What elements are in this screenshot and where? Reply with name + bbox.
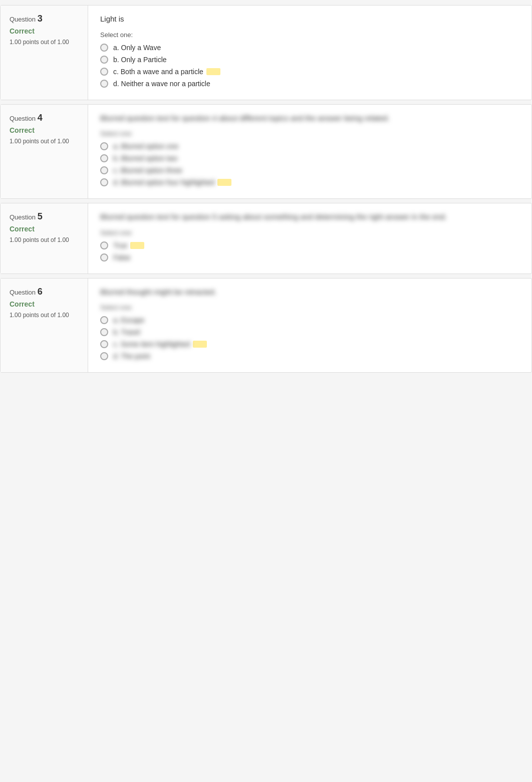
option-item-3-2[interactable]: c. Both a wave and a particle [100, 68, 519, 76]
question-text-3: Light is [100, 14, 519, 25]
status-correct-6: Correct [10, 300, 79, 308]
option-item-3-1[interactable]: b. Only a Particle [100, 56, 519, 64]
points-info-6: 1.00 points out of 1.00 [10, 311, 79, 320]
option-label-3-3: d. Neither a wave nor a particle [113, 80, 210, 88]
option-radio-6-1[interactable] [100, 328, 108, 336]
option-radio-6-0[interactable] [100, 316, 108, 324]
status-correct-5: Correct [10, 225, 79, 233]
option-item-4-2[interactable]: c. Blurred option three [100, 166, 519, 174]
question-content-4: Blurred question text for question 4 abo… [88, 105, 531, 199]
option-item-4-0[interactable]: a. Blurred option one [100, 142, 519, 150]
option-item-4-1[interactable]: b. Blurred option two [100, 154, 519, 162]
question-sidebar-4: Question 4Correct1.00 points out of 1.00 [1, 105, 88, 199]
option-radio-3-0[interactable] [100, 44, 108, 52]
points-info-3: 1.00 points out of 1.00 [10, 38, 79, 47]
question-block-4: Question 4Correct1.00 points out of 1.00… [0, 104, 532, 199]
options-list-6: a. Escapeb. Travelc. Some item highlight… [100, 316, 519, 360]
select-one-label-4: Select one: [100, 130, 519, 137]
option-label-3-2: c. Both a wave and a particle [113, 68, 203, 76]
points-info-5: 1.00 points out of 1.00 [10, 236, 79, 244]
question-text-4: Blurred question text for question 4 abo… [100, 113, 519, 124]
question-sidebar-3: Question 3Correct1.00 points out of 1.00 [1, 6, 88, 100]
question-label-6: Question 6 [10, 287, 79, 297]
option-label-4-3: d. Blurred option four highlighted [113, 178, 214, 186]
question-block-5: Question 5Correct1.00 points out of 1.00… [0, 203, 532, 274]
option-label-5-0: True [113, 241, 127, 249]
option-label-6-0: a. Escape [113, 316, 144, 324]
option-item-5-1[interactable]: False [100, 253, 519, 262]
option-item-3-3[interactable]: d. Neither a wave nor a particle [100, 80, 519, 88]
question-text-6: Blurred thought might be retracted. [100, 287, 519, 298]
highlight-marker-5-0 [130, 242, 144, 249]
options-list-4: a. Blurred option oneb. Blurred option t… [100, 142, 519, 186]
highlight-marker-3-2 [206, 68, 220, 75]
option-radio-5-0[interactable] [100, 241, 108, 249]
option-label-3-0: a. Only a Wave [113, 44, 161, 52]
option-label-3-1: b. Only a Particle [113, 56, 167, 64]
question-content-6: Blurred thought might be retracted.Selec… [88, 279, 531, 373]
options-list-3: a. Only a Waveb. Only a Particlec. Both … [100, 44, 519, 88]
option-item-5-0[interactable]: True [100, 241, 519, 249]
select-one-label-5: Select one: [100, 229, 519, 236]
option-item-6-3[interactable]: d. The point [100, 352, 519, 360]
option-label-6-1: b. Travel [113, 328, 140, 336]
question-content-3: Light isSelect one:a. Only a Waveb. Only… [88, 6, 531, 100]
question-label-3: Question 3 [10, 14, 79, 24]
option-item-3-0[interactable]: a. Only a Wave [100, 44, 519, 52]
select-one-label-6: Select one: [100, 304, 519, 311]
option-label-5-1: False [113, 253, 130, 262]
option-radio-4-1[interactable] [100, 154, 108, 162]
points-info-4: 1.00 points out of 1.00 [10, 137, 79, 146]
option-label-4-2: c. Blurred option three [113, 166, 182, 174]
option-radio-3-1[interactable] [100, 56, 108, 64]
option-item-6-2[interactable]: c. Some item highlighted [100, 340, 519, 348]
highlight-marker-4-3 [217, 179, 231, 186]
question-sidebar-6: Question 6Correct1.00 points out of 1.00 [1, 279, 88, 373]
page-container: Question 3Correct1.00 points out of 1.00… [0, 0, 532, 382]
option-radio-5-1[interactable] [100, 253, 108, 262]
status-correct-3: Correct [10, 27, 79, 35]
option-item-6-1[interactable]: b. Travel [100, 328, 519, 336]
option-label-6-2: c. Some item highlighted [113, 340, 190, 348]
question-label-4: Question 4 [10, 113, 79, 123]
option-label-4-1: b. Blurred option two [113, 154, 177, 162]
select-one-label-3: Select one: [100, 31, 519, 39]
question-label-5: Question 5 [10, 211, 79, 222]
option-radio-3-2[interactable] [100, 68, 108, 76]
question-text-5: Blurred question text for question 5 ask… [100, 211, 519, 223]
option-item-4-3[interactable]: d. Blurred option four highlighted [100, 178, 519, 186]
option-radio-6-2[interactable] [100, 340, 108, 348]
option-radio-3-3[interactable] [100, 80, 108, 88]
question-content-5: Blurred question text for question 5 ask… [88, 203, 531, 274]
option-radio-4-2[interactable] [100, 166, 108, 174]
option-label-6-3: d. The point [113, 352, 150, 360]
options-list-5: TrueFalse [100, 241, 519, 262]
question-block-3: Question 3Correct1.00 points out of 1.00… [0, 5, 532, 100]
option-radio-6-3[interactable] [100, 352, 108, 360]
option-radio-4-0[interactable] [100, 142, 108, 150]
highlight-marker-6-2 [193, 341, 207, 348]
question-block-6: Question 6Correct1.00 points out of 1.00… [0, 278, 532, 373]
status-correct-4: Correct [10, 126, 79, 134]
option-item-6-0[interactable]: a. Escape [100, 316, 519, 324]
question-sidebar-5: Question 5Correct1.00 points out of 1.00 [1, 203, 88, 274]
option-radio-4-3[interactable] [100, 178, 108, 186]
option-label-4-0: a. Blurred option one [113, 142, 178, 150]
